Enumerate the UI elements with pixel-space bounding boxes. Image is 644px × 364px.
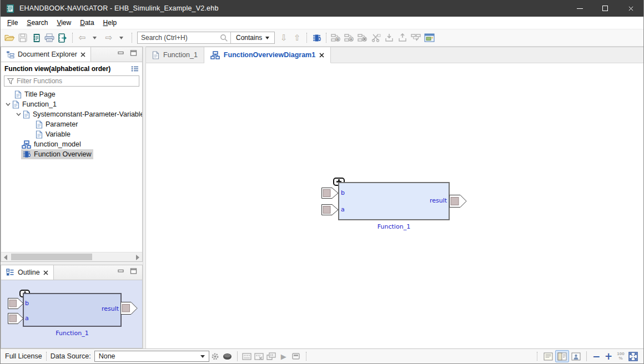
zoom-out-button[interactable]: − [590, 350, 602, 362]
search-mode-dropdown[interactable]: Contains [231, 32, 274, 43]
arrow-down-icon: ⇩ [280, 34, 288, 42]
stop-measurement-button[interactable] [290, 350, 302, 362]
open-in-diagram-button[interactable] [409, 31, 422, 44]
minimize-view-icon[interactable] [117, 268, 124, 274]
toolbar-separator [306, 33, 307, 43]
close-handbook-button[interactable] [56, 31, 69, 44]
svg-text:A: A [350, 38, 353, 41]
document-explorer-tab[interactable]: Document Explorer [1, 47, 91, 62]
input-port-a[interactable] [321, 204, 339, 215]
maximize-view-icon[interactable] [130, 50, 137, 56]
outline-tab[interactable]: Outline [1, 265, 54, 280]
print-icon [44, 33, 54, 42]
tree-item-function-model[interactable]: function_model [1, 139, 142, 149]
import-view-button[interactable] [383, 31, 396, 44]
menu-bar: File Search View Data Help [1, 17, 643, 29]
forward-history-dropdown[interactable] [114, 31, 128, 44]
measure-config-button[interactable] [253, 350, 265, 362]
maximize-view-icon[interactable] [130, 268, 137, 274]
scroll-left-icon[interactable] [4, 255, 7, 260]
measure-values-button[interactable] [241, 350, 253, 362]
cut-connection-button[interactable] [369, 31, 383, 44]
port-label-result: result [84, 305, 119, 312]
forward-button[interactable]: ⇨ [102, 31, 115, 44]
next-match-button[interactable]: ⇩ [277, 31, 290, 44]
tab-function-1[interactable]: Function_1 [146, 47, 204, 63]
show-labels-button[interactable]: A [343, 31, 356, 44]
port-label-a: a [25, 315, 29, 322]
show-block-diagram-button[interactable]: B [329, 31, 343, 44]
tree-item-function-1[interactable]: Function_1 [1, 99, 142, 109]
view-menu-icon[interactable] [131, 65, 139, 72]
main-toolbar: ⇦ ⇨ Contains ⇩ ⇧ B A [1, 29, 643, 47]
data-view-button[interactable] [222, 350, 234, 362]
data-source-dropdown[interactable]: None [94, 351, 209, 362]
fit-to-window-button[interactable] [627, 350, 639, 362]
measure-diagram-button[interactable] [265, 350, 278, 362]
document-icon [14, 90, 22, 99]
toolbar-separator [72, 33, 73, 43]
tree-item-systemconstant[interactable]: Systemconstant-Parameter-Variable-C [1, 109, 142, 119]
output-port[interactable] [449, 195, 467, 208]
split-view-button[interactable] [555, 350, 569, 362]
scroll-right-icon[interactable] [136, 255, 139, 260]
minimize-view-icon[interactable] [117, 50, 124, 56]
menu-data[interactable]: Data [76, 18, 98, 28]
data-settings-button[interactable] [209, 350, 222, 362]
gear-icon [211, 352, 219, 361]
chevron-down-icon[interactable] [6, 103, 11, 106]
back-history-dropdown[interactable] [88, 31, 101, 44]
export-view-button[interactable] [396, 31, 409, 44]
presenter-view-button[interactable] [569, 350, 583, 362]
outline-canvas[interactable]: b a result Function_1 [1, 280, 142, 348]
print-button[interactable] [43, 31, 56, 44]
minimize-button[interactable] [567, 0, 592, 17]
diagram-canvas[interactable]: b a result Function_1 [146, 63, 643, 348]
maximize-button[interactable] [592, 0, 618, 17]
filter-funnel-icon [7, 78, 14, 84]
chevron-down-icon[interactable] [16, 113, 21, 116]
filter-input[interactable] [17, 77, 136, 85]
close-view-icon[interactable] [43, 270, 48, 275]
arrow-up-icon: ⇧ [294, 34, 301, 42]
tree-item-title-page[interactable]: Title Page [1, 89, 142, 99]
outline-input-port-a[interactable] [8, 313, 24, 324]
tree-item-parameter[interactable]: Parameter [1, 119, 142, 129]
menu-file[interactable]: File [3, 18, 22, 28]
arrow-out-of-box-icon [398, 33, 407, 42]
single-page-view-button[interactable] [541, 350, 555, 362]
workbench: Document Explorer Function view(alphabet… [1, 47, 643, 348]
menu-view[interactable]: View [52, 18, 76, 28]
close-tab-icon[interactable] [319, 53, 324, 58]
outline-output-port[interactable] [120, 302, 138, 315]
search-input[interactable] [138, 34, 220, 42]
zoom-100-button[interactable]: 100% [615, 350, 627, 362]
search-mode-label: Contains [236, 34, 262, 42]
document-explorer-tab-label: Document Explorer [18, 50, 77, 58]
input-port-b[interactable] [321, 188, 339, 199]
previous-match-button[interactable]: ⇧ [290, 31, 304, 44]
back-button[interactable]: ⇦ [76, 31, 89, 44]
outline-input-port-b[interactable] [8, 298, 24, 309]
tab-function-overview-diagram-1[interactable]: FunctionOverviewDiagram1 [204, 47, 331, 63]
open-new-window-button[interactable] [422, 31, 436, 44]
statusbar-separator [306, 352, 306, 361]
open-button[interactable] [3, 31, 16, 44]
outline-icon [6, 269, 14, 276]
scrollbar-thumb[interactable] [11, 254, 92, 260]
zoom-in-button[interactable]: + [602, 350, 615, 362]
close-view-icon[interactable] [80, 52, 85, 57]
hide-element-button[interactable] [356, 31, 369, 44]
menu-help[interactable]: Help [99, 18, 122, 28]
menu-search[interactable]: Search [22, 18, 52, 28]
page-view-icon [544, 352, 553, 361]
start-measurement-button[interactable]: ▶ [278, 350, 290, 362]
horizontal-scrollbar[interactable] [1, 252, 142, 261]
open-handbook-button[interactable] [29, 31, 43, 44]
close-button[interactable] [618, 0, 643, 17]
function-overview-button[interactable] [310, 31, 323, 44]
save-button[interactable] [16, 31, 29, 44]
tree-item-variable[interactable]: Variable [1, 129, 142, 139]
zoom-in-icon: + [605, 351, 612, 362]
tree-item-function-overview[interactable]: Function Overview [1, 149, 142, 159]
